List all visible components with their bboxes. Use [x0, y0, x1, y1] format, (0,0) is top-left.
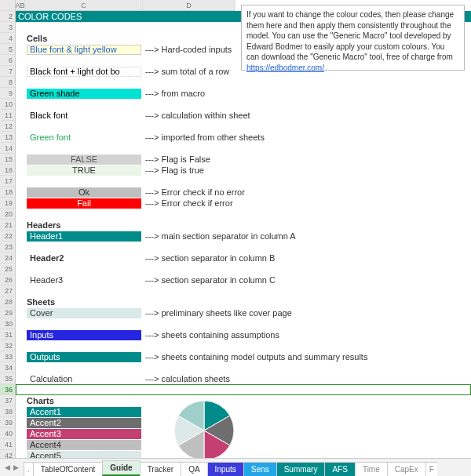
row-header-6[interactable]: 6	[0, 55, 16, 66]
desc-fail: ---> Error check if error	[143, 198, 471, 209]
desc-flag-true: ---> Flag is true	[143, 165, 471, 176]
col-header-D[interactable]: D	[143, 0, 236, 11]
desc-green-shade: ---> from macro	[143, 88, 471, 99]
row-header-9[interactable]: 9	[0, 88, 16, 99]
row-header-14[interactable]: 14	[0, 143, 16, 154]
row-header-36[interactable]: 36	[0, 384, 16, 395]
row-header-4[interactable]: 4	[0, 33, 16, 44]
desc-flag-false: ---> Flag is False	[143, 154, 471, 165]
sheet-tab-summary[interactable]: Summary	[276, 462, 326, 476]
row-header-16[interactable]: 16	[0, 165, 16, 176]
row-header-24[interactable]: 24	[0, 253, 16, 263]
row-header-12[interactable]: 12	[0, 121, 16, 132]
sample-green-shade: Green shade	[27, 89, 141, 99]
info-box-link[interactable]: https://edbodmer.com/	[246, 64, 324, 72]
sample-header3: Header3	[27, 275, 141, 285]
tab-nav-left-icon[interactable]: ◀	[5, 463, 10, 471]
row-selection-indicator	[16, 384, 471, 395]
sample-black-dot: Black font + light dot bo	[27, 67, 141, 77]
row-header-29[interactable]: 29	[0, 307, 16, 318]
sheet-tab-guide[interactable]: Guide	[102, 460, 140, 476]
section-title-cells: Cells	[25, 33, 143, 44]
row-header-10[interactable]: 10	[0, 99, 16, 110]
row-header-19[interactable]: 19	[0, 198, 16, 209]
row-header-18[interactable]: 18	[0, 187, 16, 198]
sheet-tab-qa[interactable]: QA	[181, 462, 207, 476]
row-header-23[interactable]: 23	[0, 242, 16, 253]
sample-accent4: Accent4	[27, 440, 141, 450]
row-header-17[interactable]: 17	[0, 176, 16, 187]
sample-flag-true: TRUE	[27, 165, 141, 176]
sample-outputs-sheet: Outputs	[27, 352, 141, 362]
desc-header1: ---> main section separator in column A	[143, 231, 471, 242]
pie-chart	[157, 395, 251, 466]
desc-black-font: ---> calculation within sheet	[143, 110, 471, 121]
row-header-15[interactable]: 15	[0, 154, 16, 165]
row-header-5[interactable]: 5	[0, 44, 16, 55]
desc-calc-sheet: ---> calculation sheets	[143, 373, 471, 384]
row-header-20[interactable]: 20	[0, 209, 16, 220]
row-header-13[interactable]: 13	[0, 132, 16, 143]
row-header-41[interactable]: 41	[0, 439, 16, 450]
sample-header1: Header1	[27, 231, 141, 242]
spreadsheet-view: A B C D 23456789101112131415161718192021…	[0, 0, 471, 476]
sample-green-font: Green font	[27, 133, 141, 143]
row-header-39[interactable]: 39	[0, 417, 16, 428]
desc-header3: ---> section separator in column C	[143, 274, 471, 285]
desc-ok: ---> Error check if no error	[143, 187, 471, 198]
desc-header2: ---> section separator in column B	[143, 253, 471, 263]
sample-black-font: Black font	[27, 111, 141, 121]
grid-area[interactable]: COLOR CODES Cells Blue font & light yell…	[16, 11, 471, 458]
sample-calc-sheet: Calculation	[27, 374, 141, 384]
tab-nav-right-icon[interactable]: ▶	[13, 463, 19, 471]
row-header-35[interactable]: 35	[0, 373, 16, 384]
row-header-38[interactable]: 38	[0, 406, 16, 417]
sample-flag-false: FALSE	[27, 154, 141, 165]
sheet-tab-sens[interactable]: Sens	[243, 462, 277, 476]
row-header-2[interactable]: 2	[0, 11, 16, 22]
row-header-21[interactable]: 21	[0, 220, 16, 231]
column-headers: A B C D	[16, 0, 236, 11]
pie-chart-svg	[157, 395, 251, 466]
col-header-C[interactable]: C	[25, 0, 143, 11]
row-header-3[interactable]: 3	[0, 22, 16, 33]
sample-header2: Header2	[27, 253, 141, 263]
row-header-28[interactable]: 28	[0, 296, 16, 307]
sample-ok: Ok	[27, 187, 141, 198]
row-header-26[interactable]: 26	[0, 274, 16, 285]
row-header-25[interactable]: 25	[0, 263, 16, 274]
sheet-tab-f[interactable]: F	[425, 462, 437, 476]
row-header-33[interactable]: 33	[0, 351, 16, 362]
sheet-tab-capex[interactable]: CapEx	[387, 462, 426, 476]
sheet-tab-bar: ◀ ▶ .TableOfContentGuideTrackerQAInputsS…	[0, 458, 471, 476]
desc-inputs-sheet: ---> sheets containing assumptions	[143, 329, 471, 340]
sample-fail: Fail	[27, 198, 141, 209]
info-box: If you want to change the colour codes, …	[241, 5, 465, 71]
info-box-text: If you want to change the colour codes, …	[246, 10, 454, 61]
row-header-22[interactable]: 22	[0, 231, 16, 242]
row-header-27[interactable]: 27	[0, 285, 16, 296]
row-header-11[interactable]: 11	[0, 110, 16, 121]
sheet-tab-tracker[interactable]: Tracker	[140, 462, 182, 476]
row-header-37[interactable]: 37	[0, 395, 16, 406]
sheet-tab-inputs[interactable]: Inputs	[207, 462, 244, 476]
row-header-7[interactable]: 7	[0, 66, 16, 77]
sheet-tab-afs[interactable]: AFS	[324, 462, 355, 476]
sample-accent1: Accent1	[27, 407, 141, 417]
sheet-tab-tableofcontent[interactable]: TableOfContent	[33, 462, 104, 476]
row-headers: 2345678910111213141516171819202122232425…	[0, 0, 16, 461]
row-header-8[interactable]: 8	[0, 77, 16, 88]
sample-cover: Cover	[27, 308, 141, 318]
row-header-31[interactable]: 31	[0, 329, 16, 340]
sheet-tabs: .TableOfContentGuideTrackerQAInputsSensS…	[24, 460, 437, 476]
row-36	[16, 384, 471, 395]
sample-inputs-sheet: Inputs	[27, 330, 141, 340]
row-header-30[interactable]: 30	[0, 318, 16, 329]
sample-accent3: Accent3	[27, 429, 141, 439]
desc-green-font: ---> imported from other sheets	[143, 132, 471, 143]
desc-cover: ---> preliminary sheets like cover page	[143, 307, 471, 318]
row-header-40[interactable]: 40	[0, 428, 16, 439]
row-header-34[interactable]: 34	[0, 362, 16, 373]
row-header-32[interactable]: 32	[0, 340, 16, 351]
sheet-tab-time[interactable]: Time	[355, 462, 388, 476]
